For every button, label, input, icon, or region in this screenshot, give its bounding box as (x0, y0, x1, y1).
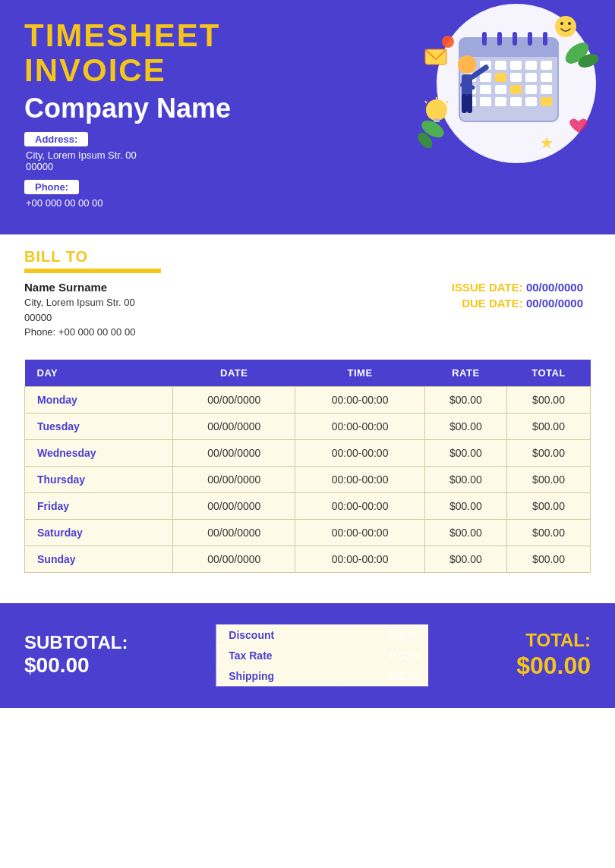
col-day: DAY (25, 360, 173, 387)
total-value: $00.00 (516, 651, 591, 680)
table-row: Monday00/00/000000:00-00:00$00.00$00.00 (25, 386, 591, 413)
timesheet-table-section: DAY DATE TIME RATE TOTAL Monday00/00/000… (0, 348, 615, 580)
svg-point-53 (442, 36, 454, 48)
cell-date: 00/00/0000 (173, 546, 295, 572)
svg-rect-3 (459, 47, 558, 57)
phone-label: Phone: (24, 180, 79, 194)
cell-rate: $00.00 (424, 413, 506, 439)
col-rate: RATE (424, 360, 506, 387)
total-label: TOTAL: (516, 631, 591, 650)
cell-time: 00:00-00:00 (295, 466, 424, 492)
timesheet-table: DAY DATE TIME RATE TOTAL Monday00/00/000… (24, 360, 591, 573)
bill-to-left: Name Surname City, Lorem Ipsum Str. 0000… (24, 281, 452, 340)
footer: SUBTOTAL: $00.00 Discount $00.00 Tax Rat… (0, 603, 615, 708)
cell-total: $00.00 (507, 386, 591, 413)
svg-point-33 (458, 55, 476, 74)
svg-point-47 (568, 22, 571, 25)
bill-to-right: ISSUE DATE: 00/00/0000 DUE DATE: 00/00/0… (452, 281, 591, 313)
svg-rect-5 (497, 32, 502, 46)
cell-total: $00.00 (507, 492, 591, 519)
bill-to-details: City, Lorem Ipsum Str. 0000000 Phone: +0… (24, 295, 452, 340)
svg-rect-7 (528, 32, 532, 46)
col-date: DATE (173, 360, 295, 387)
svg-rect-8 (543, 32, 547, 46)
table-header-row: DAY DATE TIME RATE TOTAL (25, 360, 591, 387)
cell-total: $00.00 (507, 439, 591, 466)
svg-rect-13 (525, 61, 537, 70)
table-row: Saturday00/00/000000:00-00:00$00.00$00.0… (25, 519, 591, 546)
discount-row: Discount $00.00 (216, 624, 428, 645)
cell-time: 00:00-00:00 (295, 546, 424, 572)
summary-table-body: Discount $00.00 Tax Rate 0.00% Shipping … (216, 624, 428, 686)
subtotal-block: SUBTOTAL: $00.00 (24, 633, 128, 678)
table-header: DAY DATE TIME RATE TOTAL (25, 360, 591, 387)
svg-rect-28 (480, 97, 491, 106)
cell-date: 00/00/0000 (173, 466, 295, 492)
subtotal-value: $00.00 (24, 653, 128, 678)
cell-date: 00/00/0000 (173, 492, 295, 519)
issue-date-label: ISSUE DATE: 00/00/0000 (452, 281, 583, 294)
cell-rate: $00.00 (424, 519, 506, 546)
table-row: Thursday00/00/000000:00-00:00$00.00$00.0… (25, 466, 591, 492)
svg-rect-29 (495, 97, 506, 106)
svg-rect-36 (467, 94, 472, 113)
header-left: TIMESHEET INVOICE Company Name Address: … (24, 18, 336, 234)
summary-table: Discount $00.00 Tax Rate 0.00% Shipping … (216, 624, 428, 687)
svg-rect-18 (510, 73, 522, 82)
cell-date: 00/00/0000 (173, 519, 295, 546)
svg-rect-17 (495, 73, 506, 82)
cell-day: Monday (25, 386, 173, 413)
invoice-title: TIMESHEET INVOICE (24, 18, 336, 88)
svg-rect-12 (510, 61, 522, 70)
due-date-value: 00/00/0000 (526, 297, 583, 310)
shipping-label: Shipping (216, 665, 339, 686)
subtotal-label: SUBTOTAL: (24, 633, 128, 653)
svg-rect-19 (525, 73, 537, 82)
cell-day: Tuesday (25, 413, 173, 439)
cell-rate: $00.00 (424, 439, 506, 466)
svg-line-42 (425, 101, 427, 103)
discount-value: $00.00 (339, 624, 428, 645)
cell-date: 00/00/0000 (173, 413, 295, 439)
svg-rect-16 (480, 73, 491, 82)
table-row: Tuesday00/00/000000:00-00:00$00.00$00.00 (25, 413, 591, 439)
svg-rect-32 (541, 97, 552, 106)
svg-rect-6 (512, 32, 517, 46)
cell-total: $00.00 (507, 546, 591, 572)
bill-to-name: Name Surname (24, 281, 452, 294)
issue-date-value: 00/00/0000 (526, 281, 583, 294)
discount-label: Discount (216, 624, 339, 645)
bill-to-content: Name Surname City, Lorem Ipsum Str. 0000… (24, 281, 591, 340)
cell-time: 00:00-00:00 (295, 413, 424, 439)
shipping-value: $00.00 (339, 665, 428, 686)
svg-rect-23 (495, 85, 506, 94)
summary-inner-table: Discount $00.00 Tax Rate 0.00% Shipping … (216, 624, 428, 687)
cell-total: $00.00 (507, 466, 591, 492)
svg-rect-24 (510, 85, 522, 94)
address-label: Address: (24, 132, 88, 146)
svg-rect-4 (482, 32, 487, 46)
cell-day: Saturday (25, 519, 173, 546)
phone-value: +00 000 00 00 00 (26, 197, 336, 209)
total-block: TOTAL: $00.00 (516, 631, 591, 680)
tax-row: Tax Rate 0.00% (216, 645, 428, 665)
svg-rect-25 (525, 85, 537, 94)
col-time: TIME (295, 360, 424, 387)
svg-rect-20 (541, 73, 552, 82)
svg-rect-26 (541, 85, 552, 94)
cell-rate: $00.00 (424, 386, 506, 413)
address-value: City, Lorem Ipsum Str. 0000000 (26, 149, 336, 172)
svg-rect-11 (495, 61, 506, 70)
shipping-row: Shipping $00.00 (216, 665, 428, 686)
svg-point-39 (426, 99, 447, 121)
header: TIMESHEET INVOICE Company Name Address: … (0, 0, 615, 234)
bill-to-title: BILL TO (24, 248, 591, 266)
table-row: Sunday00/00/000000:00-00:00$00.00$00.00 (25, 546, 591, 572)
cell-day: Thursday (25, 466, 173, 492)
due-date-label: DUE DATE: 00/00/0000 (452, 297, 583, 310)
col-total: TOTAL (507, 360, 591, 387)
cell-total: $00.00 (507, 413, 591, 439)
cell-date: 00/00/0000 (173, 439, 295, 466)
cell-day: Wednesday (25, 439, 173, 466)
cell-time: 00:00-00:00 (295, 386, 424, 413)
